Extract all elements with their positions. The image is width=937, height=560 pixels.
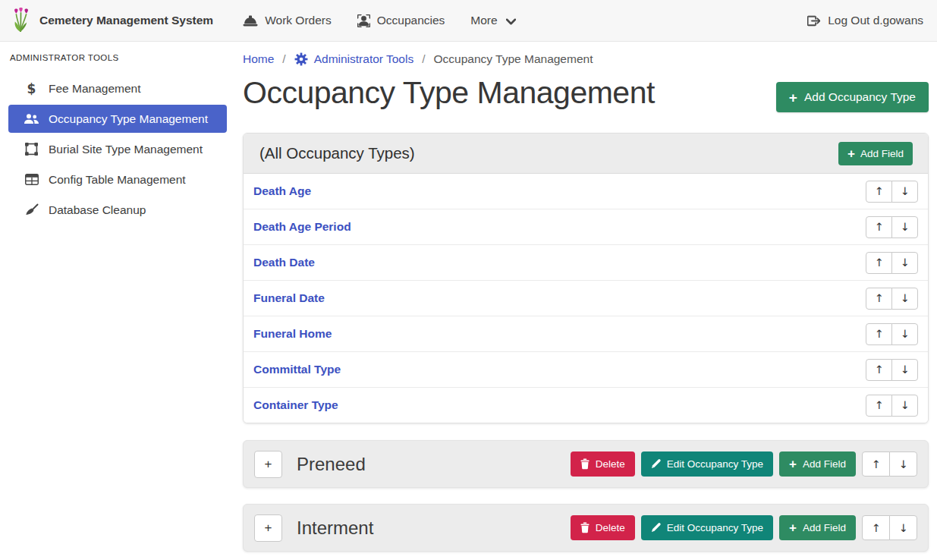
reorder-controls: ↑ ↓	[862, 451, 917, 477]
field-link-death-age-period[interactable]: Death Age Period	[253, 220, 351, 234]
logout-link[interactable]: Log Out d.gowans	[807, 14, 926, 27]
sidebar-item-database-cleanup[interactable]: Database Cleanup	[8, 196, 227, 224]
breadcrumb-separator: /	[422, 52, 425, 66]
edit-occupancy-type-label: Edit Occupancy Type	[667, 458, 763, 470]
move-up-button[interactable]: ↑	[866, 216, 892, 238]
move-up-button[interactable]: ↑	[866, 252, 892, 274]
field-row: Container Type ↑ ↓	[244, 388, 928, 423]
app-brand[interactable]: Cemetery Management System	[11, 8, 213, 34]
move-up-button[interactable]: ↑	[862, 515, 890, 540]
section-actions: Delete Edit Occupancy Type + Add Field ↑…	[571, 451, 917, 477]
edit-occupancy-type-label: Edit Occupancy Type	[667, 522, 763, 533]
main-content: Home / Administrator Tools / Occupancy T…	[243, 42, 929, 552]
move-up-button[interactable]: ↑	[866, 359, 892, 381]
reorder-controls: ↑ ↓	[862, 515, 917, 540]
move-down-button[interactable]: ↓	[891, 323, 918, 345]
sidebar-item-burial-site-type-management[interactable]: Burial Site Type Management	[8, 135, 227, 163]
section-title: Interment	[297, 518, 373, 539]
plus-icon: +	[789, 458, 797, 470]
add-field-button[interactable]: + Add Field	[779, 451, 856, 477]
field-link-death-date[interactable]: Death Date	[253, 256, 315, 269]
nav-more[interactable]: More	[457, 14, 528, 27]
broom-icon	[23, 203, 40, 216]
top-navbar: Cemetery Management System Work Orders O…	[0, 0, 937, 42]
breadcrumb-current: Occupancy Type Management	[434, 52, 593, 66]
plus-icon: +	[847, 147, 855, 160]
dollar-icon: $	[23, 81, 40, 96]
pencil-icon	[651, 459, 661, 469]
expand-button[interactable]: +	[254, 451, 282, 478]
plus-icon: +	[789, 90, 797, 105]
pencil-icon	[651, 523, 661, 533]
add-field-label: Add Field	[803, 458, 846, 470]
field-link-funeral-date[interactable]: Funeral Date	[253, 291, 325, 305]
edit-occupancy-type-button[interactable]: Edit Occupancy Type	[641, 451, 773, 477]
person-bounding-box-icon	[357, 14, 370, 27]
sidebar: ADMINISTRATOR TOOLS $ Fee Management Occ…	[0, 42, 235, 560]
move-up-button[interactable]: ↑	[866, 395, 892, 417]
arrow-up-icon: ↑	[874, 221, 883, 233]
add-field-label: Add Field	[803, 522, 846, 533]
move-down-button[interactable]: ↓	[889, 515, 917, 540]
move-down-button[interactable]: ↓	[889, 451, 917, 477]
arrow-up-icon: ↑	[871, 522, 880, 534]
add-occupancy-type-label: Add Occupancy Type	[804, 90, 916, 104]
chevron-down-icon	[506, 18, 516, 25]
arrow-up-icon: ↑	[874, 363, 883, 376]
logout-icon	[807, 14, 820, 27]
delete-button[interactable]: Delete	[571, 515, 635, 540]
move-down-button[interactable]: ↓	[891, 252, 918, 274]
sidebar-item-label: Fee Management	[49, 82, 141, 96]
move-down-button[interactable]: ↓	[891, 216, 918, 238]
breadcrumb-home[interactable]: Home	[243, 52, 274, 66]
add-field-button[interactable]: + Add Field	[838, 142, 913, 165]
sidebar-item-config-table-management[interactable]: Config Table Management	[8, 165, 227, 193]
field-link-funeral-home[interactable]: Funeral Home	[253, 327, 332, 341]
add-field-button[interactable]: + Add Field	[779, 515, 856, 540]
field-link-death-age[interactable]: Death Age	[253, 184, 311, 198]
page-title: Occupancy Type Management	[243, 75, 655, 111]
move-down-button[interactable]: ↓	[891, 288, 918, 310]
reorder-controls: ↑ ↓	[866, 395, 918, 417]
arrow-down-icon: ↓	[898, 458, 907, 470]
move-down-button[interactable]: ↓	[891, 359, 918, 381]
reorder-controls: ↑ ↓	[866, 252, 918, 274]
tulip-logo-icon	[11, 8, 31, 34]
field-link-committal-type[interactable]: Committal Type	[253, 363, 341, 376]
sidebar-item-fee-management[interactable]: $ Fee Management	[8, 74, 227, 102]
nav-occupancies[interactable]: Occupancies	[344, 14, 458, 27]
reorder-controls: ↑ ↓	[866, 323, 918, 345]
plus-icon: +	[265, 457, 272, 472]
logout-label: Log Out d.gowans	[828, 14, 923, 27]
add-field-label: Add Field	[860, 148, 904, 159]
breadcrumb-admin-tools[interactable]: Administrator Tools	[294, 52, 414, 66]
nav-work-orders[interactable]: Work Orders	[230, 14, 344, 27]
breadcrumb: Home / Administrator Tools / Occupancy T…	[243, 42, 929, 66]
arrow-down-icon: ↓	[900, 256, 909, 269]
occupancy-type-section-preneed: + Preneed Delete Edit	[243, 440, 929, 488]
nav-work-orders-label: Work Orders	[265, 14, 332, 27]
field-link-container-type[interactable]: Container Type	[253, 398, 338, 412]
arrow-down-icon: ↓	[900, 399, 909, 411]
move-down-button[interactable]: ↓	[891, 395, 918, 417]
users-icon	[23, 114, 40, 124]
expand-button[interactable]: +	[254, 514, 282, 542]
section-title: Preneed	[297, 454, 366, 475]
arrow-up-icon: ↑	[874, 292, 883, 304]
move-up-button[interactable]: ↑	[866, 181, 892, 203]
move-up-button[interactable]: ↑	[866, 288, 892, 310]
field-row: Death Date ↑ ↓	[244, 245, 928, 281]
field-row: Funeral Home ↑ ↓	[244, 316, 928, 352]
move-up-button[interactable]: ↑	[866, 323, 892, 345]
table-icon	[23, 174, 40, 185]
sidebar-item-occupancy-type-management[interactable]: Occupancy Type Management	[8, 105, 227, 133]
edit-occupancy-type-button[interactable]: Edit Occupancy Type	[641, 515, 773, 540]
panel-title: (All Occupancy Types)	[259, 144, 415, 162]
field-row: Death Age ↑ ↓	[244, 174, 928, 209]
arrow-down-icon: ↓	[900, 292, 909, 304]
bounding-box-icon	[23, 143, 40, 156]
move-down-button[interactable]: ↓	[891, 181, 918, 203]
delete-button[interactable]: Delete	[571, 451, 635, 477]
move-up-button[interactable]: ↑	[862, 451, 890, 477]
add-occupancy-type-button[interactable]: + Add Occupancy Type	[776, 82, 929, 112]
